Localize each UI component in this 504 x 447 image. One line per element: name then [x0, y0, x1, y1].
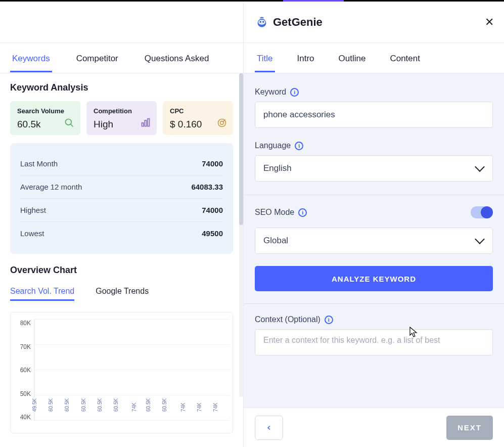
- stat-row: Highest 74000: [20, 199, 223, 222]
- card-label: CPC: [170, 107, 226, 115]
- svg-line-1: [71, 124, 73, 127]
- back-button[interactable]: [255, 416, 283, 440]
- card-label: Search Volume: [17, 107, 73, 115]
- region-select[interactable]: Global: [255, 228, 493, 254]
- bar-value-label: 60.5K: [64, 398, 70, 412]
- svg-rect-4: [148, 119, 149, 126]
- right-panel: GetGenie ✕ Title Intro Outline Content K…: [244, 2, 504, 447]
- search-icon: [64, 118, 74, 130]
- keyword-label: Keyword: [255, 87, 286, 97]
- bar-value-label: 74K: [131, 403, 137, 412]
- bar-value-label: 60.5K: [113, 398, 119, 412]
- left-panel: Keywords Competitor Questions Asked Keyw…: [0, 2, 244, 447]
- card-search-volume: Search Volume 60.5k: [10, 101, 80, 135]
- stat-label: Lowest: [20, 229, 44, 238]
- bar-value-label: 60.5K: [81, 398, 86, 412]
- bar-value-label: 60.5K: [48, 398, 54, 412]
- svg-rect-2: [142, 123, 144, 126]
- stat-label: Last Month: [20, 159, 58, 168]
- info-icon[interactable]: i: [290, 88, 299, 97]
- seo-mode-toggle[interactable]: [471, 206, 493, 218]
- chart-tab-search-vol[interactable]: Search Vol. Trend: [10, 287, 74, 301]
- stat-label: Highest: [20, 206, 46, 214]
- chevron-left-icon: [265, 423, 272, 433]
- stat-row: Last Month 74000: [20, 152, 223, 175]
- y-tick: 70K: [13, 343, 31, 350]
- chart-tab-google-trends[interactable]: Google Trends: [96, 287, 149, 301]
- keyword-analysis-title: Keyword Analysis: [10, 82, 233, 93]
- next-button[interactable]: NEXT: [446, 416, 493, 440]
- right-header: GetGenie ✕: [244, 2, 504, 43]
- y-tick: 80K: [13, 320, 31, 327]
- overview-chart: 80K70K60K50K40K 49.5K60.5K60.5K60.5K60.5…: [10, 312, 233, 433]
- y-tick: 50K: [13, 390, 31, 397]
- left-tabs: Keywords Competitor Questions Asked: [0, 43, 243, 73]
- stat-value: 64083.33: [191, 183, 223, 191]
- bar-value-label: 74K: [213, 403, 218, 412]
- seo-mode-label: SEO Mode: [255, 208, 294, 217]
- right-tabs: Title Intro Outline Content: [244, 43, 504, 73]
- tab-competitor[interactable]: Competitor: [74, 44, 120, 72]
- stat-row: Lowest 49500: [20, 222, 223, 245]
- bar-value-label: 49.5K: [32, 398, 37, 412]
- chart-tabs: Search Vol. Trend Google Trends: [10, 287, 233, 301]
- card-label: Competition: [94, 107, 150, 115]
- context-label: Context (Optional): [255, 315, 320, 324]
- keyword-input[interactable]: phone accessories: [255, 102, 493, 128]
- bar-value-label: 60.5K: [97, 398, 103, 412]
- tab-intro[interactable]: Intro: [295, 44, 316, 72]
- language-label: Language: [255, 141, 291, 150]
- stat-value: 74000: [202, 159, 223, 168]
- tab-content[interactable]: Content: [388, 44, 422, 72]
- tab-questions-asked[interactable]: Questions Asked: [143, 44, 211, 72]
- svg-point-0: [66, 119, 72, 125]
- y-tick: 40K: [13, 414, 31, 421]
- card-competition: Competition High: [86, 101, 157, 135]
- bar-value-label: 60.5K: [162, 398, 167, 412]
- stat-label: Average 12 month: [20, 183, 82, 191]
- info-icon[interactable]: i: [298, 208, 307, 217]
- right-body: Keyword i phone accessories Language i E…: [244, 73, 504, 408]
- context-input[interactable]: Enter a context for this keyword. e.g. a…: [255, 329, 493, 355]
- svg-rect-3: [145, 120, 146, 126]
- stat-value: 74000: [202, 206, 223, 214]
- right-footer: NEXT: [244, 408, 504, 447]
- info-icon[interactable]: i: [325, 316, 333, 324]
- bar-value-label: 74K: [197, 403, 202, 412]
- svg-point-11: [262, 21, 264, 22]
- card-cpc: CPC $ 0.160: [163, 101, 233, 135]
- genie-icon: [255, 15, 269, 29]
- tab-outline[interactable]: Outline: [337, 44, 368, 72]
- language-select[interactable]: English: [255, 155, 493, 182]
- stat-row: Average 12 month 64083.33: [20, 175, 223, 199]
- overview-chart-title: Overview Chart: [10, 265, 233, 276]
- stat-value: 49500: [202, 229, 223, 238]
- svg-point-9: [258, 20, 265, 25]
- svg-point-10: [260, 21, 261, 22]
- analyze-keyword-button[interactable]: ANALYZE KEYWORD: [255, 266, 493, 291]
- stats-box: Last Month 74000 Average 12 month 64083.…: [10, 143, 233, 254]
- tab-title[interactable]: Title: [255, 44, 275, 72]
- logo: GetGenie: [255, 15, 323, 29]
- scrollbar[interactable]: [239, 73, 243, 397]
- close-icon[interactable]: ✕: [485, 16, 494, 29]
- bar-value-label: 60.5K: [146, 398, 151, 412]
- tab-keywords[interactable]: Keywords: [10, 44, 52, 72]
- info-icon[interactable]: i: [295, 142, 303, 150]
- bar-value-label: 74K: [180, 403, 186, 412]
- bar-chart-icon: [141, 118, 151, 130]
- target-icon: [217, 118, 227, 130]
- y-tick: 60K: [13, 367, 31, 374]
- brand-name: GetGenie: [273, 16, 323, 29]
